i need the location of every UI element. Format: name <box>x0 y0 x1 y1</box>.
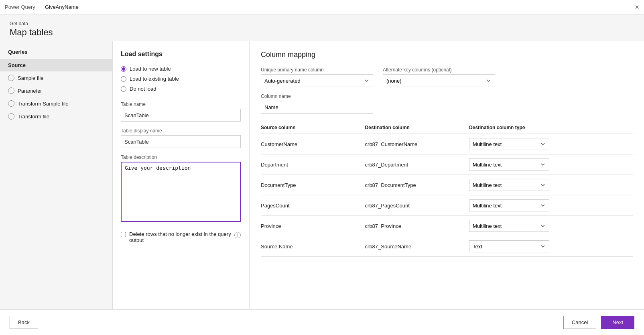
table-description-textarea[interactable]: Give your description <box>121 162 241 222</box>
mapping-table: Source column Destination column Destina… <box>261 122 633 257</box>
dest-col-type-select[interactable]: Multiline textTextNumberDateBoolean <box>469 179 549 191</box>
sidebar-item-sample-file[interactable]: Sample file <box>0 71 112 84</box>
page-title: Map tables <box>10 27 634 38</box>
delete-rows-row: Delete rows that no longer exist in the … <box>121 231 241 243</box>
load-settings-panel: Load settings Load to new table Load to … <box>113 41 249 309</box>
table-name-input[interactable] <box>121 109 241 122</box>
source-col-cell: Source.Name <box>261 236 365 257</box>
table-description-label: Table description <box>121 154 241 160</box>
sidebar-item-label-parameter: Parameter <box>18 88 42 94</box>
radio-label-load-existing: Load to existing table <box>130 76 179 82</box>
table-display-name-input[interactable] <box>121 135 241 148</box>
cancel-button[interactable]: Cancel <box>563 316 596 329</box>
table-display-name-label: Table display name <box>121 128 241 134</box>
alternate-key-select[interactable]: (none) <box>383 74 495 87</box>
table-name-label: Table name <box>121 102 241 107</box>
footer-right: Cancel Next <box>563 316 634 329</box>
column-name-field: Column name <box>261 93 633 114</box>
next-button[interactable]: Next <box>601 316 634 329</box>
dest-col-cell: crb87_SourceName <box>365 236 469 257</box>
sidebar-item-transform-file[interactable]: Transform file <box>0 110 112 123</box>
column-mapping-panel: Column mapping Unique primary name colum… <box>250 41 644 309</box>
sidebar-item-transform-sample[interactable]: Transform Sample file <box>0 97 112 110</box>
alternate-key-label: Alternate key columns (optional) <box>383 67 495 73</box>
col-header-source: Source column <box>261 122 365 134</box>
table-display-name-group: Table display name <box>121 128 241 148</box>
col-header-dest: Destination column <box>365 122 469 134</box>
dest-col-type-select[interactable]: Multiline textTextNumberDateBoolean <box>469 220 549 232</box>
radio-do-not-load[interactable]: Do not load <box>121 86 241 92</box>
page-header: Get data Map tables <box>0 14 644 41</box>
dest-col-type-select[interactable]: Multiline textTextNumberDateBoolean <box>469 138 549 150</box>
dest-col-type-select[interactable]: Multiline textTextNumberDateBoolean <box>469 199 549 211</box>
radio-label-load-new: Load to new table <box>130 66 171 72</box>
dest-col-type-cell: Multiline textTextNumberDateBoolean <box>469 154 633 175</box>
dest-col-type-cell: Multiline textTextNumberDateBoolean <box>469 236 633 257</box>
load-options-group: Load to new table Load to existing table… <box>121 66 241 92</box>
page-subtitle: Get data <box>10 21 634 26</box>
top-bar: Power Query GiveAnyName × <box>0 0 644 14</box>
dest-col-type-cell: Multiline textTextNumberDateBoolean <box>469 216 633 236</box>
table-row: Provincecrb87_ProvinceMultiline textText… <box>261 216 633 236</box>
source-col-cell: Province <box>261 216 365 236</box>
sidebar-item-label-transform-sample: Transform Sample file <box>18 101 69 107</box>
sidebar-item-source[interactable]: Source <box>0 59 112 71</box>
dest-col-type-select[interactable]: Multiline textTextNumberDateBoolean <box>469 158 549 171</box>
unique-primary-field: Unique primary name column Auto-generate… <box>261 67 373 87</box>
sidebar-section-title: Queries <box>0 47 112 59</box>
source-col-cell: DocumentType <box>261 175 365 195</box>
table-name-group: Table name <box>121 102 241 122</box>
info-icon[interactable]: i <box>234 232 241 238</box>
app-name: Power Query <box>5 4 35 10</box>
tab-name: GiveAnyName <box>42 4 82 10</box>
source-col-cell: Department <box>261 154 365 175</box>
table-row: Source.Namecrb87_SourceNameMultiline tex… <box>261 236 633 257</box>
table-row: DocumentTypecrb87_DocumentTypeMultiline … <box>261 175 633 195</box>
table-row: CustomerNamecrb87_CustomerNameMultiline … <box>261 134 633 154</box>
table-description-group: Table description Give your description <box>121 154 241 223</box>
unique-primary-label: Unique primary name column <box>261 67 373 73</box>
source-col-cell: PagesCount <box>261 195 365 216</box>
dest-col-type-cell: Multiline textTextNumberDateBoolean <box>469 134 633 154</box>
column-name-input[interactable] <box>261 101 373 114</box>
table-row: PagesCountcrb87_PagesCountMultiline text… <box>261 195 633 216</box>
dest-col-type-cell: Multiline textTextNumberDateBoolean <box>469 195 633 216</box>
radio-input-load-new[interactable] <box>121 66 126 72</box>
column-mapping-title: Column mapping <box>261 51 633 59</box>
radio-input-load-existing[interactable] <box>121 76 126 82</box>
dest-col-type-select[interactable]: Multiline textTextNumberDateBoolean <box>469 240 549 252</box>
radio-load-new[interactable]: Load to new table <box>121 66 241 72</box>
sidebar: Queries Source Sample file Parameter Tra… <box>0 41 112 309</box>
unique-primary-select[interactable]: Auto-generated <box>261 74 373 87</box>
radio-label-do-not-load: Do not load <box>130 86 156 92</box>
sidebar-item-label-source: Source <box>8 62 26 68</box>
sidebar-item-parameter[interactable]: Parameter <box>0 84 112 97</box>
radio-load-existing[interactable]: Load to existing table <box>121 76 241 82</box>
source-col-cell: CustomerName <box>261 134 365 154</box>
dest-col-type-cell: Multiline textTextNumberDateBoolean <box>469 175 633 195</box>
delete-rows-checkbox[interactable] <box>121 232 126 237</box>
radio-input-do-not-load[interactable] <box>121 86 126 92</box>
footer: Back Cancel Next <box>0 309 644 335</box>
dest-col-cell: crb87_PagesCount <box>365 195 469 216</box>
sidebar-item-icon-sample-file <box>8 75 14 81</box>
dest-col-cell: crb87_Province <box>365 216 469 236</box>
column-name-label: Column name <box>261 93 633 99</box>
sidebar-item-icon-transform-file <box>8 113 14 120</box>
delete-rows-label: Delete rows that no longer exist in the … <box>129 231 231 243</box>
back-button[interactable]: Back <box>10 316 38 329</box>
dest-col-cell: crb87_CustomerName <box>365 134 469 154</box>
col-header-type: Destination column type <box>469 122 633 134</box>
sidebar-item-icon-transform-sample <box>8 100 14 107</box>
dest-col-cell: crb87_Department <box>365 154 469 175</box>
table-row: Departmentcrb87_DepartmentMultiline text… <box>261 154 633 175</box>
main-content: Queries Source Sample file Parameter Tra… <box>0 41 644 309</box>
col-mapping-top: Unique primary name column Auto-generate… <box>261 67 633 87</box>
sidebar-item-label-transform-file: Transform file <box>18 114 49 120</box>
alternate-key-field: Alternate key columns (optional) (none) <box>383 67 495 87</box>
sidebar-item-icon-parameter <box>8 87 14 94</box>
sidebar-item-label-sample-file: Sample file <box>18 75 43 81</box>
dest-col-cell: crb87_DocumentType <box>365 175 469 195</box>
close-button[interactable]: × <box>635 4 639 11</box>
load-settings-title: Load settings <box>121 51 241 58</box>
